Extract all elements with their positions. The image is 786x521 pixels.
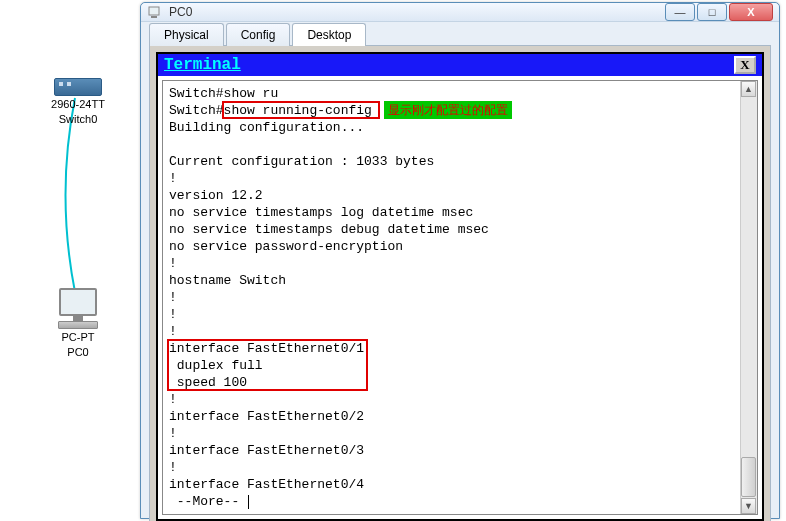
terminal-title: Terminal [164, 56, 734, 74]
pc-type-label: PC-PT [48, 331, 108, 344]
pc0-window: PC0 — □ X Physical Config Desktop Termin… [140, 2, 780, 519]
terminal-body-wrap: Switch#show ru Switch#show running-confi… [162, 80, 758, 515]
app-icon [147, 4, 163, 20]
pc-base-icon [58, 321, 98, 329]
annotation-label: 显示刚才配置过的配置 [384, 101, 512, 119]
close-icon: X [747, 6, 754, 18]
terminal-cursor [248, 495, 249, 509]
switch-icon [54, 78, 102, 96]
pc-monitor-icon [59, 288, 97, 316]
topology-canvas: 2960-24TT Switch0 PC-PT PC0 [0, 0, 140, 521]
tab-physical[interactable]: Physical [149, 23, 224, 46]
switch-name-label: Switch0 [48, 113, 108, 126]
svg-rect-0 [149, 7, 159, 15]
switch-device[interactable]: 2960-24TT Switch0 [48, 78, 108, 126]
minimize-icon: — [675, 6, 686, 18]
maximize-button[interactable]: □ [697, 3, 727, 21]
tab-row: Physical Config Desktop [141, 22, 779, 45]
terminal-close-button[interactable]: X [734, 56, 756, 74]
highlight-interface-block [167, 339, 368, 391]
close-button[interactable]: X [729, 3, 773, 21]
tab-content: Terminal X Switch#show ru Switch#show ru… [149, 45, 771, 521]
pc-device[interactable]: PC-PT PC0 [48, 288, 108, 359]
terminal-titlebar[interactable]: Terminal X [158, 54, 762, 76]
switch-model-label: 2960-24TT [48, 98, 108, 111]
scroll-up-button[interactable]: ▲ [741, 81, 756, 97]
tab-config[interactable]: Config [226, 23, 291, 46]
svg-rect-1 [151, 16, 157, 18]
tab-desktop[interactable]: Desktop [292, 23, 366, 46]
scrollbar[interactable]: ▲ ▼ [740, 81, 757, 514]
window-buttons: — □ X [665, 3, 773, 21]
maximize-icon: □ [709, 6, 716, 18]
scroll-down-button[interactable]: ▼ [741, 498, 756, 514]
window-title: PC0 [169, 5, 665, 19]
pc-name-label: PC0 [48, 346, 108, 359]
terminal-window: Terminal X Switch#show ru Switch#show ru… [156, 52, 764, 521]
terminal-output[interactable]: Switch#show ru Switch#show running-confi… [163, 81, 740, 514]
minimize-button[interactable]: — [665, 3, 695, 21]
scroll-thumb[interactable] [741, 457, 756, 497]
highlight-show-running-config [222, 101, 380, 119]
titlebar[interactable]: PC0 — □ X [141, 3, 779, 22]
link-line [74, 98, 76, 292]
